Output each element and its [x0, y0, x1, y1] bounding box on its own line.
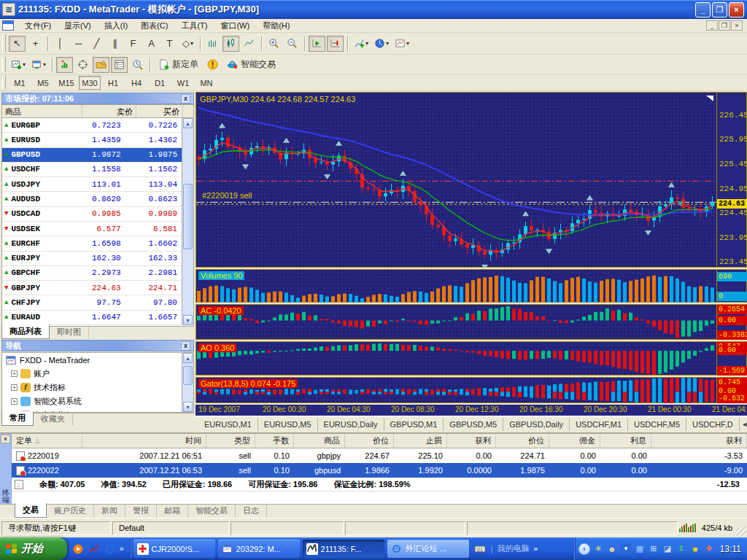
chart-tab[interactable]: USDCHF,M1: [570, 418, 628, 431]
terminal-tab[interactable]: 智能交易: [188, 504, 236, 518]
gator-indicator-window[interactable]: Gator(13,8,5) 0.074 -0.175 0.7450.00-0.6…: [196, 377, 747, 403]
navigator-item[interactable]: +f技术指标: [2, 381, 193, 394]
tray-collapse-icon[interactable]: ‹: [578, 543, 590, 555]
price-axis[interactable]: 226.45225.95225.45224.95224.45223.95223.…: [716, 93, 746, 267]
volumes-window[interactable]: Volumes 90 6900: [196, 269, 747, 303]
market-watch-tab[interactable]: 即时图: [50, 325, 89, 339]
chart-tab[interactable]: EURUSD,M5: [258, 418, 318, 431]
restore-button[interactable]: ❐: [712, 2, 727, 18]
navigator-item[interactable]: +账户: [2, 367, 193, 381]
ime-icon[interactable]: ❖: [703, 543, 715, 555]
orders-col-1[interactable]: 时间: [82, 434, 206, 448]
timeframe-m15[interactable]: M15: [55, 76, 77, 90]
chart-tab[interactable]: GBPUSD,M1: [384, 418, 444, 431]
chart-tab[interactable]: GBPUSD,M5: [444, 418, 503, 431]
alert-button[interactable]: [204, 57, 221, 73]
deskband-overflow-icon[interactable]: »: [533, 545, 538, 553]
timeframe-d1[interactable]: D1: [149, 76, 171, 90]
channel-button[interactable]: ∥: [107, 36, 123, 52]
market-watch-row[interactable]: ▲EURGBP0.72230.7226: [2, 118, 182, 133]
terminal-tab[interactable]: 警报: [125, 504, 157, 518]
vertical-line-button[interactable]: │: [52, 36, 69, 52]
zoom-out-button[interactable]: [284, 36, 301, 52]
ac-indicator-window[interactable]: AC -0.0420 0.26540.00-0.3383: [196, 304, 747, 340]
navigator-root[interactable]: FXDD - MetaTrader: [2, 353, 193, 367]
market-watch-row[interactable]: ▼GBPJPY224.63224.71: [2, 281, 182, 295]
timeframe-w1[interactable]: W1: [172, 76, 194, 90]
market-watch-row[interactable]: ▲CHFJPY97.7597.80: [2, 295, 182, 310]
timeframe-h4[interactable]: H4: [125, 76, 147, 90]
menu-item-2[interactable]: 插入(I): [98, 19, 134, 33]
bar-chart-button[interactable]: [204, 36, 221, 52]
data-window-button[interactable]: [111, 57, 128, 73]
toolbar-grip[interactable]: [2, 57, 6, 73]
resize-grip[interactable]: [737, 527, 746, 537]
navigator-item[interactable]: +智能交易系统: [2, 394, 193, 408]
mdi-restore-icon[interactable]: ❐: [719, 20, 730, 31]
crosshair-target-button[interactable]: [74, 57, 91, 73]
chart-tab[interactable]: USDCHF,D: [686, 418, 740, 431]
fibonacci-button[interactable]: F: [125, 36, 142, 52]
terminal-tab[interactable]: 新闻: [94, 504, 125, 518]
safely-remove-icon[interactable]: ◪: [662, 543, 673, 555]
orders-col-2[interactable]: 类型: [206, 434, 255, 448]
navigator-scrollbar[interactable]: ▲ ▼: [182, 353, 193, 412]
taskbar-task[interactable]: CJR2000!S...: [133, 540, 215, 558]
market-watch-row[interactable]: ▲EURAUD1.66471.6657: [2, 311, 182, 325]
orders-col-10[interactable]: 利息: [600, 434, 651, 448]
taskbar-task[interactable]: 211135: F...: [303, 540, 384, 558]
market-watch-tab[interactable]: 商品列表: [1, 324, 50, 339]
orders-col-4[interactable]: 商品: [294, 434, 345, 448]
expand-icon[interactable]: +: [11, 384, 18, 391]
mdi-close-icon[interactable]: ×: [731, 20, 743, 31]
orders-col-6[interactable]: 止损: [394, 434, 447, 448]
chart-shift-button[interactable]: [327, 36, 344, 52]
orders-col-11[interactable]: 获利: [651, 434, 747, 448]
terminal-tab[interactable]: 邮箱: [157, 504, 188, 518]
menu-item-5[interactable]: 窗口(W): [214, 19, 256, 33]
minimize-button[interactable]: _: [695, 2, 711, 18]
terminal-tab[interactable]: 账户历史: [47, 504, 94, 518]
orders-col-5[interactable]: 价位: [345, 434, 394, 448]
chart-tab[interactable]: EURUSD,M1: [198, 418, 258, 431]
timeframe-m5[interactable]: M5: [32, 76, 54, 90]
line-chart-button[interactable]: [241, 36, 258, 52]
auto-scroll-button[interactable]: [309, 36, 325, 52]
status-profile[interactable]: Default: [112, 521, 229, 535]
candle-chart-button[interactable]: [222, 36, 239, 52]
my-computer-label[interactable]: 我的电脑: [497, 543, 529, 554]
shield-icon[interactable]: ▼: [620, 543, 632, 555]
menu-item-3[interactable]: 图表(C): [134, 19, 174, 33]
templates-button[interactable]: ▾: [392, 36, 411, 52]
market-watch-row[interactable]: ▼USDSEK6.5776.581: [2, 222, 182, 236]
terminal-tab[interactable]: 日志: [236, 504, 267, 518]
navigator-tab[interactable]: 收藏夹: [34, 412, 73, 426]
start-button[interactable]: 开始: [0, 537, 67, 560]
chart-window-icon[interactable]: [2, 20, 14, 31]
order-row[interactable]: 22200222007.12.21 06:53sell0.10gbpusd1.9…: [12, 463, 747, 478]
toolbar-grip[interactable]: [2, 35, 6, 52]
stock-arrows-icon[interactable]: ⇕: [676, 543, 687, 555]
ao-indicator-window[interactable]: AO 0.360 0.5470.00-1.569: [196, 341, 747, 376]
user-icon[interactable]: ☻: [606, 543, 618, 555]
text-button[interactable]: A: [143, 36, 160, 52]
market-watch-row[interactable]: ▲GBPCHF2.29732.2981: [2, 266, 182, 281]
keyboard-icon[interactable]: [473, 542, 487, 556]
media-player-icon[interactable]: [71, 542, 85, 556]
crosshair-button[interactable]: +: [27, 36, 44, 52]
chart-shortcut-icon[interactable]: [88, 542, 101, 556]
network-icon[interactable]: ⊞: [648, 543, 659, 555]
market-watch-row[interactable]: ▲USDJPY113.01113.04: [2, 177, 182, 192]
market-watch-row[interactable]: ▲EURJPY162.30162.33: [2, 252, 182, 266]
order-row[interactable]: 22200192007.12.21 06:51sell0.10gbpjpy224…: [12, 448, 747, 463]
market-watch-toggle-button[interactable]: [93, 57, 109, 73]
expand-icon[interactable]: +: [11, 398, 18, 405]
quick-launch-overflow-icon[interactable]: »: [120, 545, 124, 553]
new-chart-button[interactable]: ▾: [9, 57, 28, 73]
text-label-button[interactable]: T: [161, 36, 178, 52]
main-chart-window[interactable]: GBPJPY,M30 224.64 224.68 224.57 224.63 #…: [196, 92, 747, 268]
time-axis[interactable]: 19 Dec 200720 Dec 00:3020 Dec 04:3020 De…: [196, 405, 747, 416]
orders-col-9[interactable]: 佣金: [549, 434, 600, 448]
menu-item-0[interactable]: 文件(F): [18, 19, 58, 33]
taskbar-task[interactable]: 203292: M...: [218, 540, 300, 558]
